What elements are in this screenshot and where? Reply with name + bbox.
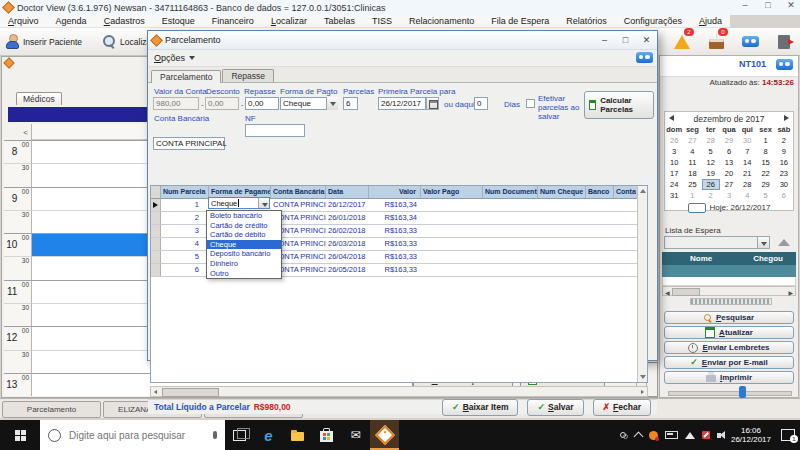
slider-thumb[interactable]: [739, 386, 746, 398]
birthdays-button[interactable]: 0: [704, 31, 728, 53]
menu-item[interactable]: Relacionamento: [409, 15, 474, 27]
dropdown-option[interactable]: Cartão de crédito: [207, 221, 281, 231]
calendar-day[interactable]: 19: [702, 168, 720, 179]
nf-field[interactable]: [245, 124, 305, 137]
calendar-day[interactable]: 16: [775, 157, 793, 168]
calendar-day[interactable]: 27: [683, 135, 701, 146]
dialog-tab[interactable]: Parcelamento: [151, 70, 221, 83]
calendar-day[interactable]: 7: [738, 146, 756, 157]
alerts-button[interactable]: 2: [670, 31, 694, 53]
queue-scrollbar[interactable]: ◀▶: [662, 286, 796, 296]
search-button[interactable]: Pesquisar: [664, 311, 794, 324]
start-button[interactable]: [0, 420, 40, 450]
store-button[interactable]: [312, 420, 341, 450]
dialog-tab[interactable]: Repasse: [222, 69, 274, 82]
row-selector[interactable]: [151, 238, 161, 250]
calendar-day[interactable]: 2: [775, 135, 793, 146]
menu-item[interactable]: Tabelas: [324, 15, 355, 27]
notifications-icon[interactable]: 1: [781, 429, 795, 441]
taskbar-search[interactable]: [40, 420, 225, 450]
calendar-day[interactable]: 6: [775, 190, 793, 201]
calendar-day[interactable]: 3: [720, 190, 738, 201]
efetivar-checkbox[interactable]: [526, 99, 535, 108]
dialog-maximize-button[interactable]: □: [619, 35, 632, 45]
save-button[interactable]: ✓Salvar: [527, 399, 583, 416]
exit-button[interactable]: [772, 31, 796, 53]
calendar-day[interactable]: 2: [702, 190, 720, 201]
calendar-day[interactable]: 30: [738, 135, 756, 146]
messages-button[interactable]: [738, 31, 762, 53]
calendar-day[interactable]: 27: [720, 179, 738, 190]
menu-item[interactable]: Fila de Espera: [491, 15, 549, 27]
menu-item[interactable]: Financeiro: [212, 15, 254, 27]
parcelas-stepper[interactable]: [358, 97, 369, 110]
menu-item[interactable]: Ajuda: [699, 15, 722, 27]
calendar-day[interactable]: 10: [665, 157, 683, 168]
grid-horizontal-scrollbar[interactable]: [150, 386, 648, 397]
calendar-day[interactable]: 29: [756, 179, 774, 190]
dias-stepper[interactable]: [488, 97, 499, 110]
menu-item[interactable]: Agenda: [56, 15, 87, 27]
calendar-day[interactable]: 6: [720, 146, 738, 157]
antivirus-icon[interactable]: [649, 431, 658, 440]
menu-item[interactable]: TISS: [372, 15, 392, 27]
dropdown-option[interactable]: Boleto bancário: [207, 211, 281, 221]
insert-patient-button[interactable]: Inserir Paciente: [0, 32, 88, 51]
calendar-day[interactable]: 26: [702, 179, 720, 190]
dropdown-option[interactable]: Dinheiro: [207, 259, 281, 269]
refresh-button[interactable]: Atualizar: [664, 326, 794, 339]
calendar-day[interactable]: 28: [702, 135, 720, 146]
calendar-day[interactable]: 3: [665, 146, 683, 157]
menu-item[interactable]: Cadastros: [104, 15, 145, 27]
calendar-day[interactable]: 15: [756, 157, 774, 168]
row-selector[interactable]: [151, 264, 161, 276]
calendar-prev-icon[interactable]: [669, 115, 674, 121]
maximize-button[interactable]: □: [761, 0, 775, 10]
calendar-day[interactable]: 25: [683, 179, 701, 190]
minimize-button[interactable]: –: [738, 0, 752, 10]
dialog-minimize-button[interactable]: –: [598, 35, 611, 45]
schedule-scroll-left[interactable]: <: [4, 124, 32, 140]
wifi-icon[interactable]: [685, 432, 695, 439]
dropdown-option[interactable]: Deposito bancário: [207, 249, 281, 259]
mail-button[interactable]: ✉: [341, 420, 370, 450]
tray-clock[interactable]: 16:06 26/12/2017: [731, 426, 771, 444]
doctor-view-taskbar-button[interactable]: [370, 420, 399, 450]
chevron-down-icon[interactable]: [757, 237, 769, 248]
send-reminders-button[interactable]: Enviar Lembretes: [664, 341, 794, 354]
primeira-data-field[interactable]: 26/12/2017: [378, 97, 426, 110]
calendar-day[interactable]: 21: [738, 168, 756, 179]
calendar-day[interactable]: 11: [683, 157, 701, 168]
menu-item[interactable]: Localizar: [271, 15, 307, 27]
parcelas-field[interactable]: 6: [343, 97, 358, 110]
calendar-day[interactable]: 29: [720, 135, 738, 146]
security-alert-icon[interactable]: [702, 431, 710, 439]
options-menu[interactable]: Opções: [154, 53, 185, 63]
row-selector[interactable]: [151, 251, 161, 263]
calendar-day[interactable]: 1: [683, 190, 701, 201]
close-button[interactable]: ✕: [784, 0, 798, 10]
menu-item[interactable]: Estoque: [162, 15, 195, 27]
calendar-day[interactable]: 5: [702, 146, 720, 157]
calendar-day[interactable]: 17: [665, 168, 683, 179]
menu-item[interactable]: Configurações: [624, 15, 682, 27]
battery-icon[interactable]: [665, 431, 678, 439]
calendar-day[interactable]: 4: [683, 146, 701, 157]
dias-field[interactable]: 0: [474, 97, 488, 110]
close-dialog-button[interactable]: ✗Fechar: [593, 399, 651, 416]
send-email-button[interactable]: ✓ Enviar por E-mail: [664, 356, 794, 369]
people-icon[interactable]: [620, 432, 628, 439]
chevron-down-icon[interactable]: [326, 97, 338, 110]
taskbar-search-input[interactable]: [67, 429, 207, 442]
calendar-day[interactable]: 9: [775, 146, 793, 157]
calendar-day[interactable]: 22: [756, 168, 774, 179]
calendar-picker-icon[interactable]: [426, 97, 439, 110]
tab-medicos[interactable]: Médicos: [16, 92, 62, 105]
calendar-day[interactable]: 8: [756, 146, 774, 157]
dialog-close-button[interactable]: ✕: [640, 35, 653, 45]
calendar-day[interactable]: 28: [738, 179, 756, 190]
zoom-slider[interactable]: [668, 386, 790, 398]
waiting-list-select[interactable]: [664, 236, 770, 249]
edge-button[interactable]: e: [254, 420, 283, 450]
calendar-day[interactable]: 4: [738, 190, 756, 201]
